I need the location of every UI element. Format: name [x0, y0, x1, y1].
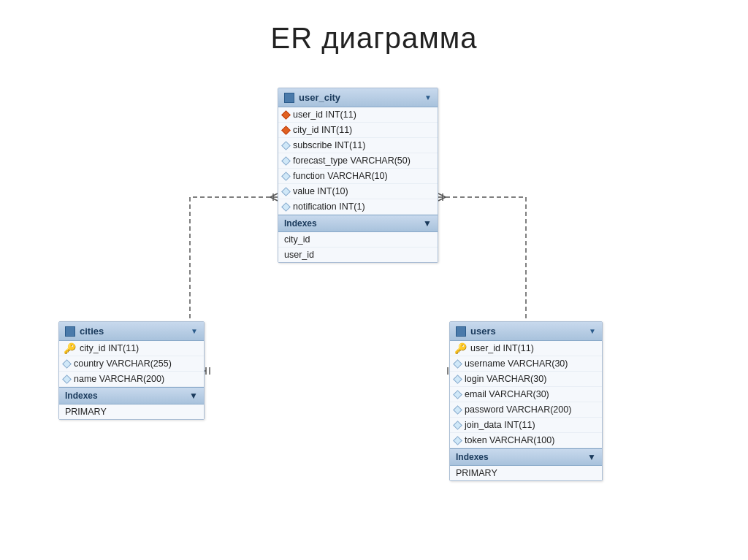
diamond-icon — [281, 202, 291, 212]
table-user-city-header: user_city ▼ — [278, 88, 438, 107]
users-index-primary: PRIMARY — [450, 466, 602, 480]
field-user-city-forecast-type: forecast_type VARCHAR(50) — [278, 153, 438, 169]
table-users-header: users ▼ — [450, 322, 602, 341]
key-icon — [281, 110, 291, 120]
cities-indexes-header: Indexes ▼ — [59, 387, 204, 404]
field-users-user-id: 🔑 user_id INT(11) — [450, 341, 602, 356]
field-users-email: email VARCHAR(30) — [450, 387, 602, 402]
table-user-city-arrow: ▼ — [424, 93, 432, 101]
user-city-index-user-id: user_id — [278, 248, 438, 262]
key-yellow-icon: 🔑 — [64, 343, 76, 353]
table-user-city-name: user_city — [299, 92, 340, 103]
key-yellow-icon: 🔑 — [454, 343, 467, 353]
field-users-password: password VARCHAR(200) — [450, 402, 602, 418]
table-cities-name: cities — [80, 326, 104, 337]
field-users-join-data: join_data INT(11) — [450, 418, 602, 433]
table-user-city: user_city ▼ user_id INT(11) city_id INT(… — [278, 88, 438, 263]
svg-line-6 — [270, 193, 278, 197]
diamond-icon — [453, 436, 462, 445]
user-city-index-city-id: city_id — [278, 232, 438, 248]
diamond-icon — [453, 375, 462, 384]
cities-index-primary: PRIMARY — [59, 404, 204, 419]
table-icon — [456, 326, 466, 337]
diamond-icon — [62, 375, 72, 384]
table-users-arrow: ▼ — [589, 327, 596, 335]
svg-line-11 — [438, 193, 446, 197]
field-user-city-user-id: user_id INT(11) — [278, 107, 438, 123]
field-user-city-function: function VARCHAR(10) — [278, 169, 438, 184]
table-cities-header: cities ▼ — [59, 322, 204, 341]
diamond-icon — [453, 405, 462, 415]
diamond-icon — [453, 390, 462, 399]
field-user-city-subscribe: subscribe INT(11) — [278, 138, 438, 153]
field-cities-country: country VARCHAR(255) — [59, 356, 204, 372]
diamond-icon — [281, 141, 291, 150]
field-cities-name: name VARCHAR(200) — [59, 372, 204, 387]
table-users-name: users — [470, 326, 496, 337]
diamond-icon — [281, 172, 291, 181]
field-users-token: token VARCHAR(100) — [450, 433, 602, 448]
field-users-login: login VARCHAR(30) — [450, 372, 602, 387]
field-cities-city-id: 🔑 city_id INT(11) — [59, 341, 204, 356]
field-users-username: username VARCHAR(30) — [450, 356, 602, 372]
key-icon — [281, 126, 291, 135]
svg-line-12 — [438, 197, 446, 201]
table-cities: cities ▼ 🔑 city_id INT(11) country VARCH… — [58, 321, 205, 420]
field-user-city-notification: notification INT(1) — [278, 199, 438, 215]
table-cities-arrow: ▼ — [191, 327, 198, 335]
svg-line-7 — [270, 197, 278, 201]
table-icon — [284, 93, 294, 103]
field-user-city-city-id: city_id INT(11) — [278, 123, 438, 138]
user-city-indexes-header: Indexes ▼ — [278, 215, 438, 232]
users-indexes-header: Indexes ▼ — [450, 448, 602, 466]
page-title: ER диаграмма — [0, 0, 748, 55]
diamond-icon — [453, 421, 462, 430]
diagram-area: user_city ▼ user_id INT(11) city_id INT(… — [0, 80, 748, 560]
diamond-icon — [281, 156, 291, 166]
table-icon — [65, 326, 75, 337]
diamond-icon — [62, 359, 72, 369]
diamond-icon — [281, 187, 291, 196]
diamond-icon — [453, 359, 462, 369]
field-user-city-value: value INT(10) — [278, 184, 438, 199]
table-users: users ▼ 🔑 user_id INT(11) username VARCH… — [449, 321, 603, 481]
